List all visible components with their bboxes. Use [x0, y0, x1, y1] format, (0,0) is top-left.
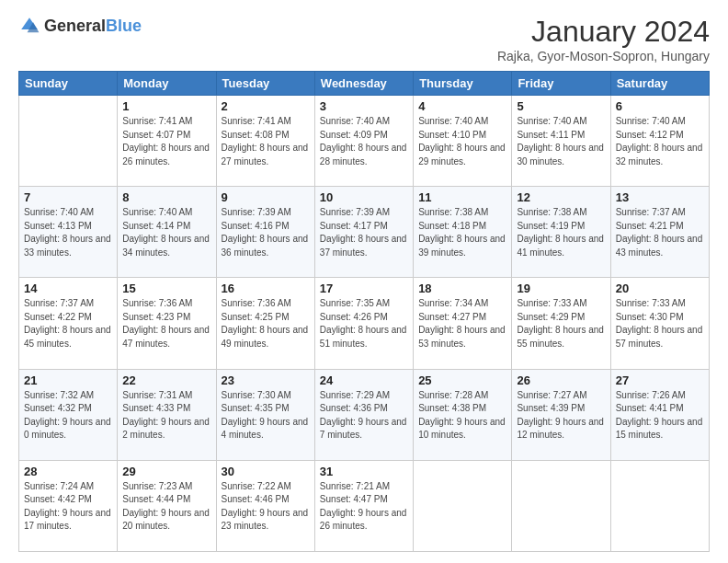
table-row: 18Sunrise: 7:34 AMSunset: 4:27 PMDayligh…	[414, 278, 512, 369]
calendar-week-4: 28Sunrise: 7:24 AMSunset: 4:42 PMDayligh…	[19, 460, 710, 551]
day-number: 4	[418, 99, 506, 113]
table-row	[414, 460, 512, 551]
day-number: 16	[222, 282, 310, 295]
day-number: 25	[418, 373, 506, 387]
day-info: Sunrise: 7:26 AMSunset: 4:41 PMDaylight:…	[616, 389, 704, 442]
col-monday: Monday	[118, 72, 216, 96]
day-info: Sunrise: 7:37 AMSunset: 4:22 PMDaylight:…	[24, 297, 112, 350]
table-row: 3Sunrise: 7:40 AMSunset: 4:09 PMDaylight…	[314, 96, 413, 187]
table-row: 27Sunrise: 7:26 AMSunset: 4:41 PMDayligh…	[610, 369, 709, 460]
logo-text: GeneralBlue	[44, 17, 142, 36]
day-info: Sunrise: 7:32 AMSunset: 4:32 PMDaylight:…	[24, 389, 112, 442]
day-info: Sunrise: 7:38 AMSunset: 4:19 PMDaylight:…	[517, 206, 605, 259]
day-info: Sunrise: 7:39 AMSunset: 4:17 PMDaylight:…	[320, 206, 408, 259]
day-number: 13	[616, 190, 704, 204]
day-info: Sunrise: 7:33 AMSunset: 4:30 PMDaylight:…	[616, 297, 704, 350]
table-row: 4Sunrise: 7:40 AMSunset: 4:10 PMDaylight…	[414, 96, 512, 187]
title-block: January 2024 Rajka, Gyor-Moson-Sopron, H…	[497, 15, 710, 63]
table-row: 12Sunrise: 7:38 AMSunset: 4:19 PMDayligh…	[512, 187, 610, 278]
day-info: Sunrise: 7:33 AMSunset: 4:29 PMDaylight:…	[517, 297, 605, 350]
day-info: Sunrise: 7:24 AMSunset: 4:42 PMDaylight:…	[24, 480, 112, 534]
day-info: Sunrise: 7:40 AMSunset: 4:12 PMDaylight:…	[616, 115, 704, 168]
day-info: Sunrise: 7:40 AMSunset: 4:09 PMDaylight:…	[320, 115, 408, 168]
col-thursday: Thursday	[414, 72, 512, 96]
day-number: 9	[222, 190, 310, 204]
day-number: 18	[418, 282, 506, 295]
day-info: Sunrise: 7:40 AMSunset: 4:11 PMDaylight:…	[517, 115, 605, 168]
table-row: 20Sunrise: 7:33 AMSunset: 4:30 PMDayligh…	[610, 278, 709, 369]
table-row: 11Sunrise: 7:38 AMSunset: 4:18 PMDayligh…	[414, 187, 512, 278]
day-number: 28	[24, 465, 112, 478]
day-number: 5	[517, 99, 605, 113]
header: GeneralBlue January 2024 Rajka, Gyor-Mos…	[18, 15, 710, 63]
table-row: 10Sunrise: 7:39 AMSunset: 4:17 PMDayligh…	[314, 187, 413, 278]
day-number: 17	[320, 282, 408, 295]
col-sunday: Sunday	[19, 72, 118, 96]
day-number: 30	[222, 465, 310, 478]
table-row: 26Sunrise: 7:27 AMSunset: 4:39 PMDayligh…	[512, 369, 610, 460]
table-row: 2Sunrise: 7:41 AMSunset: 4:08 PMDaylight…	[216, 96, 314, 187]
table-row: 15Sunrise: 7:36 AMSunset: 4:23 PMDayligh…	[118, 278, 216, 369]
logo-icon	[18, 15, 40, 37]
table-row: 8Sunrise: 7:40 AMSunset: 4:14 PMDaylight…	[118, 187, 216, 278]
day-number: 24	[320, 373, 408, 387]
day-number: 23	[222, 373, 310, 387]
calendar-page: GeneralBlue January 2024 Rajka, Gyor-Mos…	[0, 0, 728, 563]
day-number: 10	[320, 190, 408, 204]
location-title: Rajka, Gyor-Moson-Sopron, Hungary	[497, 49, 710, 63]
day-number: 22	[122, 373, 210, 387]
day-number: 6	[616, 99, 704, 113]
day-info: Sunrise: 7:40 AMSunset: 4:14 PMDaylight:…	[122, 206, 210, 259]
day-info: Sunrise: 7:39 AMSunset: 4:16 PMDaylight:…	[222, 206, 310, 259]
table-row: 30Sunrise: 7:22 AMSunset: 4:46 PMDayligh…	[216, 460, 314, 551]
table-row: 28Sunrise: 7:24 AMSunset: 4:42 PMDayligh…	[19, 460, 118, 551]
day-info: Sunrise: 7:21 AMSunset: 4:47 PMDaylight:…	[320, 480, 408, 534]
table-row: 24Sunrise: 7:29 AMSunset: 4:36 PMDayligh…	[314, 369, 413, 460]
day-number: 7	[24, 190, 112, 204]
day-info: Sunrise: 7:22 AMSunset: 4:46 PMDaylight:…	[222, 480, 310, 534]
day-number: 2	[222, 99, 310, 113]
col-tuesday: Tuesday	[216, 72, 314, 96]
table-row: 14Sunrise: 7:37 AMSunset: 4:22 PMDayligh…	[19, 278, 118, 369]
day-number: 21	[24, 373, 112, 387]
day-info: Sunrise: 7:37 AMSunset: 4:21 PMDaylight:…	[616, 206, 704, 259]
day-number: 19	[517, 282, 605, 295]
table-row: 9Sunrise: 7:39 AMSunset: 4:16 PMDaylight…	[216, 187, 314, 278]
day-number: 27	[616, 373, 704, 387]
table-row	[19, 96, 118, 187]
table-row: 23Sunrise: 7:30 AMSunset: 4:35 PMDayligh…	[216, 369, 314, 460]
day-info: Sunrise: 7:27 AMSunset: 4:39 PMDaylight:…	[517, 389, 605, 442]
day-info: Sunrise: 7:35 AMSunset: 4:26 PMDaylight:…	[320, 297, 408, 350]
day-info: Sunrise: 7:38 AMSunset: 4:18 PMDaylight:…	[418, 206, 506, 259]
day-number: 15	[122, 282, 210, 295]
day-info: Sunrise: 7:34 AMSunset: 4:27 PMDaylight:…	[418, 297, 506, 350]
day-number: 29	[122, 465, 210, 478]
calendar-week-1: 7Sunrise: 7:40 AMSunset: 4:13 PMDaylight…	[19, 187, 710, 278]
day-number: 20	[616, 282, 704, 295]
calendar-week-0: 1Sunrise: 7:41 AMSunset: 4:07 PMDaylight…	[19, 96, 710, 187]
day-info: Sunrise: 7:36 AMSunset: 4:25 PMDaylight:…	[222, 297, 310, 350]
table-row: 22Sunrise: 7:31 AMSunset: 4:33 PMDayligh…	[118, 369, 216, 460]
table-row: 31Sunrise: 7:21 AMSunset: 4:47 PMDayligh…	[314, 460, 413, 551]
day-info: Sunrise: 7:23 AMSunset: 4:44 PMDaylight:…	[122, 480, 210, 534]
table-row: 29Sunrise: 7:23 AMSunset: 4:44 PMDayligh…	[118, 460, 216, 551]
day-number: 1	[122, 99, 210, 113]
table-row: 17Sunrise: 7:35 AMSunset: 4:26 PMDayligh…	[314, 278, 413, 369]
day-info: Sunrise: 7:41 AMSunset: 4:07 PMDaylight:…	[122, 115, 210, 168]
table-row: 7Sunrise: 7:40 AMSunset: 4:13 PMDaylight…	[19, 187, 118, 278]
day-info: Sunrise: 7:28 AMSunset: 4:38 PMDaylight:…	[418, 389, 506, 442]
day-number: 26	[517, 373, 605, 387]
header-row: Sunday Monday Tuesday Wednesday Thursday…	[19, 72, 710, 96]
day-number: 12	[517, 190, 605, 204]
day-number: 14	[24, 282, 112, 295]
day-info: Sunrise: 7:40 AMSunset: 4:10 PMDaylight:…	[418, 115, 506, 168]
table-row: 13Sunrise: 7:37 AMSunset: 4:21 PMDayligh…	[610, 187, 709, 278]
table-row: 25Sunrise: 7:28 AMSunset: 4:38 PMDayligh…	[414, 369, 512, 460]
day-number: 11	[418, 190, 506, 204]
day-info: Sunrise: 7:41 AMSunset: 4:08 PMDaylight:…	[222, 115, 310, 168]
col-friday: Friday	[512, 72, 610, 96]
table-row: 6Sunrise: 7:40 AMSunset: 4:12 PMDaylight…	[610, 96, 709, 187]
day-info: Sunrise: 7:30 AMSunset: 4:35 PMDaylight:…	[222, 389, 310, 442]
calendar-table: Sunday Monday Tuesday Wednesday Thursday…	[18, 71, 710, 552]
logo-general: General	[44, 17, 106, 35]
